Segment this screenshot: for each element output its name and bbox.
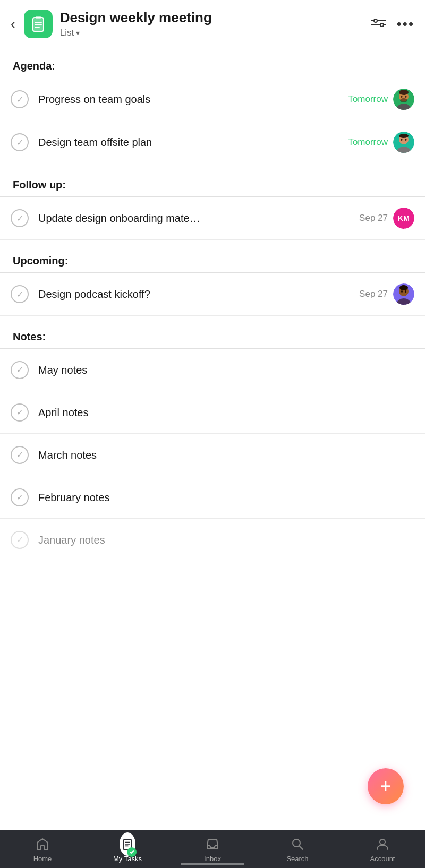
task-text: March notes (38, 448, 414, 462)
task-text: Design team offsite plan (38, 135, 343, 149)
task-checkbox[interactable]: ✓ (11, 209, 29, 227)
home-indicator (181, 863, 244, 865)
svg-line-36 (299, 846, 303, 849)
sidebar-item-my-tasks[interactable]: My Tasks (85, 836, 170, 863)
nav-label-my-tasks: My Tasks (113, 855, 142, 863)
task-checkbox[interactable]: ✓ (11, 285, 29, 303)
task-avatar (393, 132, 414, 153)
task-avatar (393, 89, 414, 110)
svg-point-9 (380, 23, 384, 27)
checkmark-icon: ✓ (16, 492, 23, 502)
section-header-follow-up: Follow up: (0, 164, 425, 196)
active-circle (120, 832, 135, 856)
avatar-initials: KM (393, 208, 414, 229)
task-date: Sep 27 (359, 213, 388, 224)
search-icon (291, 837, 304, 851)
task-meta: Tomorrow (348, 89, 414, 110)
task-item[interactable]: ✓ April notes (0, 391, 425, 434)
task-text: May notes (38, 363, 414, 377)
header-title-group: Design weekly meeting List ▾ (60, 10, 371, 38)
task-checkbox[interactable]: ✓ (11, 133, 29, 151)
section-upcoming: Upcoming: ✓ Design podcast kickoff? Sep … (0, 240, 425, 316)
task-avatar (393, 283, 414, 305)
task-text: Progress on team goals (38, 92, 343, 106)
task-item[interactable]: ✓ March notes (0, 434, 425, 476)
task-item[interactable]: ✓ February notes (0, 476, 425, 519)
task-checkbox[interactable]: ✓ (11, 361, 29, 379)
task-date: Tomorrow (348, 137, 388, 148)
content: Agenda: ✓ Progress on team goals Tomorro… (0, 45, 425, 614)
home-icon-wrap (35, 836, 50, 852)
task-item[interactable]: ✓ Design podcast kickoff? Sep 27 (0, 273, 425, 316)
page-title: Design weekly meeting (60, 10, 371, 26)
chevron-down-icon: ▾ (76, 29, 80, 37)
home-icon (36, 837, 49, 851)
svg-point-16 (400, 98, 407, 102)
task-checkbox[interactable]: ✓ (11, 531, 29, 549)
svg-point-21 (399, 134, 409, 138)
task-item[interactable]: ✓ January notes (0, 519, 425, 561)
svg-point-37 (380, 839, 385, 845)
sidebar-item-search[interactable]: Search (255, 836, 340, 863)
view-selector[interactable]: List ▾ (60, 28, 371, 38)
nav-label-account: Account (370, 855, 395, 863)
task-avatar: KM (393, 208, 414, 229)
task-item[interactable]: ✓ Design team offsite plan Tomorrow (0, 121, 425, 164)
filter-button[interactable] (371, 18, 386, 30)
task-date: Tomorrow (348, 94, 388, 105)
svg-point-24 (405, 139, 407, 141)
clipboard-icon (30, 15, 47, 32)
back-button[interactable]: ‹ (11, 17, 15, 31)
svg-point-18 (405, 96, 407, 98)
task-checkbox[interactable]: ✓ (11, 403, 29, 422)
checkmark-icon: ✓ (16, 137, 23, 148)
svg-rect-2 (36, 16, 41, 19)
svg-point-30 (405, 290, 406, 293)
svg-point-29 (401, 290, 403, 293)
avatar-image (393, 132, 414, 153)
task-text: January notes (38, 533, 414, 547)
checkmark-icon: ✓ (16, 365, 23, 375)
search-icon-wrap (290, 836, 305, 852)
sidebar-item-inbox[interactable]: Inbox (170, 836, 255, 863)
header-actions: ••• (371, 16, 414, 32)
task-text: February notes (38, 491, 414, 504)
section-follow-up: Follow up: ✓ Update design onboarding ma… (0, 164, 425, 240)
checkmark-icon: ✓ (16, 213, 23, 224)
view-label: List (60, 28, 74, 38)
active-check-badge (127, 847, 137, 857)
avatar-image (393, 89, 414, 110)
nav-label-search: Search (286, 855, 308, 863)
nav-label-home: Home (33, 855, 52, 863)
svg-point-27 (400, 285, 408, 290)
sidebar-item-account[interactable]: Account (340, 836, 425, 863)
filter-icon (371, 18, 386, 28)
plus-icon: + (380, 777, 391, 796)
account-icon (376, 837, 389, 851)
check-badge-icon (129, 849, 134, 855)
account-icon-wrap (375, 836, 390, 852)
task-item[interactable]: ✓ Update design onboarding mate… Sep 27 … (0, 197, 425, 240)
more-button[interactable]: ••• (397, 16, 414, 32)
task-meta: Sep 27 (359, 283, 414, 305)
task-item[interactable]: ✓ Progress on team goals Tomorrow (0, 78, 425, 121)
task-checkbox[interactable]: ✓ (11, 446, 29, 464)
task-item[interactable]: ✓ May notes (0, 349, 425, 391)
task-text: Design podcast kickoff? (38, 287, 354, 301)
section-agenda: Agenda: ✓ Progress on team goals Tomorro… (0, 45, 425, 164)
task-date: Sep 27 (359, 289, 388, 299)
inbox-icon (206, 837, 219, 851)
header: ‹ Design weekly meeting List ▾ (0, 0, 425, 45)
app-icon (24, 10, 53, 38)
section-notes: Notes: ✓ May notes ✓ April notes ✓ March… (0, 316, 425, 561)
avatar-image (393, 283, 414, 305)
checkmark-icon: ✓ (16, 450, 23, 460)
task-checkbox[interactable]: ✓ (11, 90, 29, 108)
inbox-icon-wrap (205, 836, 220, 852)
task-meta: Sep 27 KM (359, 208, 414, 229)
add-task-button[interactable]: + (368, 768, 404, 804)
task-checkbox[interactable]: ✓ (11, 488, 29, 506)
svg-point-17 (401, 96, 403, 98)
sidebar-item-home[interactable]: Home (0, 836, 85, 863)
checkmark-icon: ✓ (16, 289, 23, 299)
